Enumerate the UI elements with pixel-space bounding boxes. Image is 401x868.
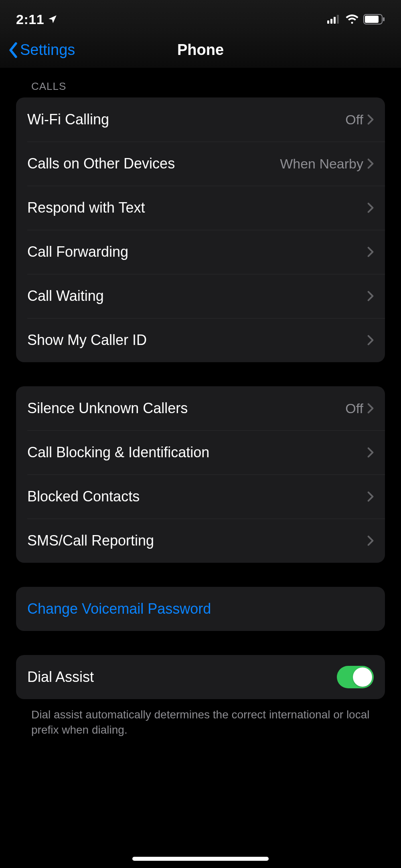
back-label: Settings xyxy=(20,41,75,59)
row-label: Silence Unknown Callers xyxy=(27,400,345,417)
svg-rect-1 xyxy=(330,19,332,24)
row-label: Show My Caller ID xyxy=(27,332,367,349)
row-call-blocking-id[interactable]: Call Blocking & Identification xyxy=(16,430,385,475)
svg-rect-6 xyxy=(383,17,385,21)
dial-assist-description: Dial assist automatically determines the… xyxy=(0,707,401,754)
status-left: 2:11 xyxy=(16,12,58,27)
row-label: SMS/Call Reporting xyxy=(27,532,367,549)
chevron-right-icon xyxy=(367,246,374,258)
row-label: Wi-Fi Calling xyxy=(27,111,345,128)
chevron-right-icon xyxy=(367,335,374,346)
chevron-right-icon xyxy=(367,403,374,414)
row-label: Dial Assist xyxy=(27,669,337,685)
svg-rect-0 xyxy=(327,20,329,24)
group-silence-blocking: Silence Unknown Callers Off Call Blockin… xyxy=(16,386,385,563)
row-label: Call Blocking & Identification xyxy=(27,444,367,461)
row-sms-call-reporting[interactable]: SMS/Call Reporting xyxy=(16,519,385,563)
row-blocked-contacts[interactable]: Blocked Contacts xyxy=(16,475,385,519)
row-label: Call Waiting xyxy=(27,288,367,304)
row-dial-assist: Dial Assist xyxy=(16,655,385,699)
location-icon xyxy=(47,14,58,24)
row-calls-other-devices[interactable]: Calls on Other Devices When Nearby xyxy=(16,142,385,186)
wifi-icon xyxy=(346,14,358,24)
section-header-calls: CALLS xyxy=(0,68,401,97)
svg-rect-2 xyxy=(334,17,336,24)
toggle-knob xyxy=(353,667,372,687)
chevron-right-icon xyxy=(367,535,374,546)
row-detail: Off xyxy=(345,401,363,416)
status-bar: 2:11 xyxy=(0,0,401,32)
chevron-right-icon xyxy=(367,290,374,302)
group-voicemail: Change Voicemail Password xyxy=(16,587,385,631)
svg-rect-3 xyxy=(337,15,339,24)
back-button[interactable]: Settings xyxy=(8,32,75,68)
dial-assist-toggle[interactable] xyxy=(337,666,374,688)
svg-rect-5 xyxy=(365,16,379,23)
chevron-left-icon xyxy=(8,42,18,58)
row-label: Blocked Contacts xyxy=(27,488,367,505)
battery-icon xyxy=(363,14,385,24)
chevron-right-icon xyxy=(367,114,374,125)
chevron-right-icon xyxy=(367,447,374,458)
row-respond-with-text[interactable]: Respond with Text xyxy=(16,186,385,230)
group-calls: Wi-Fi Calling Off Calls on Other Devices… xyxy=(16,97,385,362)
row-show-caller-id[interactable]: Show My Caller ID xyxy=(16,318,385,362)
status-time: 2:11 xyxy=(16,12,44,27)
row-wifi-calling[interactable]: Wi-Fi Calling Off xyxy=(16,97,385,142)
row-label: Calls on Other Devices xyxy=(27,155,280,172)
nav-bar: Settings Phone xyxy=(0,32,401,68)
cellular-icon xyxy=(327,15,341,24)
status-right xyxy=(327,14,385,24)
group-dial-assist: Dial Assist xyxy=(16,655,385,699)
chevron-right-icon xyxy=(367,202,374,213)
row-detail: When Nearby xyxy=(280,156,363,172)
home-indicator xyxy=(132,857,269,861)
row-call-waiting[interactable]: Call Waiting xyxy=(16,274,385,318)
row-label: Change Voicemail Password xyxy=(27,600,374,617)
row-call-forwarding[interactable]: Call Forwarding xyxy=(16,230,385,274)
page-title: Phone xyxy=(177,41,224,59)
row-label: Respond with Text xyxy=(27,199,367,216)
chevron-right-icon xyxy=(367,491,374,502)
row-label: Call Forwarding xyxy=(27,243,367,260)
row-detail: Off xyxy=(345,112,363,128)
chevron-right-icon xyxy=(367,158,374,169)
row-silence-unknown[interactable]: Silence Unknown Callers Off xyxy=(16,386,385,430)
row-change-voicemail-password[interactable]: Change Voicemail Password xyxy=(16,587,385,631)
